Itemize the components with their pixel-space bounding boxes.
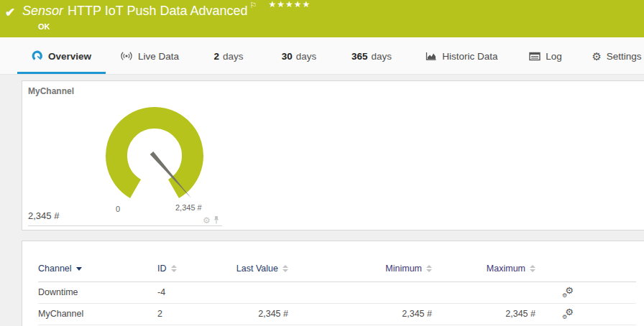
flag-icon[interactable]: ⚐	[250, 1, 257, 9]
area-chart-icon	[426, 51, 437, 61]
sensor-title: HTTP IoT Push Data Advanced	[68, 4, 247, 18]
sort-both-icon	[171, 265, 177, 272]
gauge-icon	[32, 50, 43, 62]
tab-day-unit: days	[296, 51, 317, 62]
tab-label: Log	[546, 51, 562, 62]
status-check-icon: ✔	[5, 5, 15, 20]
column-header-actions	[535, 256, 600, 281]
channel-name-cell[interactable]: Downtime	[38, 281, 157, 303]
gauge-settings-gear-icon[interactable]: ⚙	[203, 216, 211, 225]
sensor-title-line: SensorHTTP IoT Push Data Advanced⚐★★★★★	[22, 4, 310, 19]
log-icon	[529, 52, 540, 61]
column-header-channel[interactable]: Channel	[38, 256, 157, 281]
channel-settings-gears-icon[interactable]: ⚙⚙	[562, 309, 574, 319]
last-value-cell: 2,345 #	[216, 303, 288, 325]
column-label: Minimum	[385, 264, 422, 274]
table-row: Downtime -4 ⚙⚙	[38, 281, 636, 303]
tab-day-count: 30	[282, 51, 293, 62]
column-label: Channel	[38, 264, 72, 274]
tab-day-unit: days	[223, 51, 244, 62]
sensor-status-header: ✔ SensorHTTP IoT Push Data Advanced⚐★★★★…	[0, 0, 644, 37]
tab-historic-data[interactable]: Historic Data	[420, 37, 503, 75]
channel-id-cell: 2	[157, 303, 216, 325]
column-header-last-value[interactable]: Last Value	[216, 256, 288, 281]
tab-live-data[interactable]: Live Data	[115, 37, 184, 75]
column-header-minimum[interactable]: Minimum	[288, 256, 432, 281]
tab-settings[interactable]: ⚙ Settings	[589, 37, 644, 75]
tab-label: Historic Data	[442, 51, 497, 62]
channel-id-cell: -4	[157, 281, 216, 303]
column-label: Maximum	[487, 264, 525, 274]
gear-icon: ⚙	[592, 51, 601, 62]
channel-table-card: Channel ID Last Value Minimum Maximum	[22, 241, 644, 326]
sort-both-icon	[426, 265, 432, 272]
last-value-cell	[216, 281, 288, 303]
channel-name-cell[interactable]: MyChannel	[38, 303, 157, 325]
gauge-current-value: 2,345 #	[28, 210, 59, 221]
tab-log[interactable]: Log	[525, 37, 566, 75]
gauge-card: MyChannel 0 2,345 # 2,345 # ⚙	[22, 80, 644, 230]
sort-both-icon	[530, 265, 535, 272]
channel-gauge-title: MyChannel	[28, 86, 74, 96]
minimum-cell: 2,345 #	[288, 303, 432, 325]
column-label: ID	[157, 264, 167, 274]
tab-365-days[interactable]: 365 days	[346, 37, 397, 75]
tab-overview[interactable]: Overview	[17, 37, 106, 75]
tab-day-unit: days	[372, 51, 392, 62]
object-kind-label: Sensor	[22, 4, 63, 18]
tab-label: Overview	[48, 51, 91, 62]
maximum-cell	[432, 281, 535, 303]
table-header-row: Channel ID Last Value Minimum Maximum	[38, 256, 636, 281]
pin-icon[interactable]	[213, 215, 220, 225]
tab-day-count: 2	[213, 51, 219, 62]
sort-desc-icon	[76, 267, 82, 271]
column-header-id[interactable]: ID	[157, 256, 216, 281]
channel-settings-gears-icon[interactable]: ⚙⚙	[562, 287, 574, 297]
column-label: Last Value	[236, 264, 278, 274]
gauge-chart	[94, 100, 216, 208]
gauge-scale-min: 0	[110, 205, 126, 213]
column-header-maximum[interactable]: Maximum	[432, 256, 535, 281]
sort-both-icon	[282, 265, 288, 272]
tab-2-days[interactable]: 2 days	[207, 37, 250, 75]
broadcast-icon	[120, 51, 133, 61]
priority-stars[interactable]: ★★★★★	[268, 0, 310, 9]
gauge-scale-max: 2,345 #	[175, 203, 202, 212]
tab-bar: Overview Live Data 2 days 30 days 365 da…	[0, 37, 644, 75]
table-row: MyChannel 2 2,345 # 2,345 # 2,345 # ⚙⚙	[38, 303, 636, 325]
status-badge: OK	[38, 22, 50, 31]
gauge-widget-divider	[28, 225, 222, 226]
tab-label: Live Data	[138, 51, 179, 62]
tab-30-days[interactable]: 30 days	[276, 37, 322, 75]
tab-label: Settings	[607, 51, 642, 62]
gauge-tools: ⚙	[203, 215, 220, 225]
maximum-cell: 2,345 #	[432, 303, 535, 325]
tab-day-count: 365	[351, 51, 368, 62]
channel-table: Channel ID Last Value Minimum Maximum	[38, 256, 636, 325]
minimum-cell	[288, 281, 432, 303]
